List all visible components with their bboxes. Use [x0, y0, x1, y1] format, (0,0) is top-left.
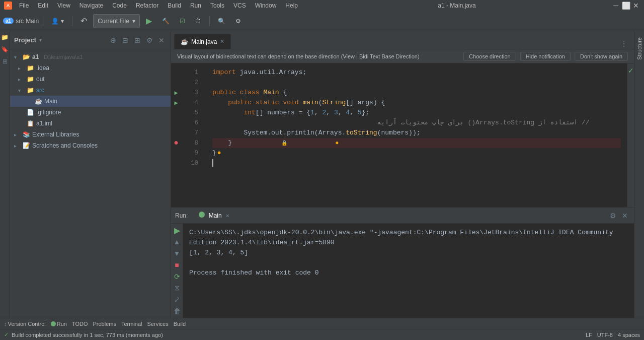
tree-item-idea[interactable]: ▸ 📁 .idea [10, 62, 171, 74]
lf-indicator[interactable]: LF [586, 332, 592, 338]
run-empty-line [189, 258, 628, 268]
back-button[interactable]: ↶ [76, 14, 91, 28]
build-tab[interactable]: Build [174, 321, 186, 327]
window-controls[interactable]: ─ ⬜ ✕ [612, 2, 640, 10]
back-icon: ↶ [80, 16, 87, 26]
project-dropdown-arrow[interactable]: ▾ [39, 37, 42, 43]
menu-vcs[interactable]: VCS [229, 1, 250, 10]
toolbar-src-label: src [16, 18, 24, 25]
token-comma3: , [338, 108, 346, 118]
encoding-indicator[interactable]: UTF-8 [597, 332, 613, 338]
editor-recent-files-button[interactable]: ⋮ [619, 39, 629, 49]
token-comma2: , [326, 108, 334, 118]
line-num-8: 8 [181, 138, 202, 148]
code-line-10[interactable] [212, 158, 621, 168]
tree-item-a1iml[interactable]: 📋 a1.iml [10, 118, 171, 129]
run-up-button[interactable]: ▲ [172, 237, 182, 247]
lock-icon: 🔒 [281, 141, 287, 146]
code-line-5: int[] numbers = {1, 2, 3, 4, 5}; [212, 108, 621, 118]
tree-item-out[interactable]: ▸ 📁 out [10, 74, 171, 85]
run-tab-main[interactable]: Main ✕ [193, 210, 235, 221]
line-num-7: 7 [181, 128, 202, 138]
search-everywhere-button[interactable]: 🔍 [214, 14, 229, 28]
project-settings-button[interactable]: ⚙ [144, 35, 154, 45]
run-filter-button[interactable]: ⧖ [172, 283, 182, 293]
project-panel-toggle[interactable]: 📁 [1, 33, 9, 41]
out-folder-icon: 📁 [26, 75, 34, 83]
token-4: 4 [346, 108, 350, 118]
dont-show-again-button[interactable]: Don't show again [575, 52, 628, 61]
minimize-button[interactable]: ─ [612, 2, 620, 10]
tree-label-scratches: Scratches and Consoles [32, 142, 98, 149]
notification-text: Visual layout of bidirectional text can … [177, 53, 459, 59]
gutter-2 [171, 78, 181, 88]
choose-direction-button[interactable]: Choose direction [463, 52, 516, 61]
close-button[interactable]: ✕ [632, 2, 640, 10]
profile-button[interactable]: ⏱ [191, 14, 205, 28]
run-stop-button[interactable]: ■ [172, 260, 182, 270]
menu-view[interactable]: View [53, 1, 74, 10]
run-down-button[interactable]: ▼ [172, 249, 182, 258]
run-button[interactable]: ▶ [142, 14, 156, 28]
editor-tab-main-java[interactable]: ☕ Main.java ✕ [174, 34, 231, 49]
run-settings-button[interactable]: ⚙ [608, 211, 618, 221]
menu-window[interactable]: Window [251, 1, 281, 10]
code-editor: ▶ ▶ ● 1 2 3 4 5 6 7 8 9 [171, 63, 634, 207]
services-tab[interactable]: Services [147, 321, 169, 327]
run-tab-close-button[interactable]: ✕ [225, 213, 229, 219]
expand-all-button[interactable]: ⊞ [132, 35, 142, 45]
menu-build[interactable]: Build [164, 1, 185, 10]
run-rerun-button[interactable]: ⟳ [172, 272, 182, 282]
bookmarks-icon[interactable]: 🔖 [1, 45, 9, 53]
menu-run[interactable]: Run [186, 1, 205, 10]
menu-bar[interactable]: File Edit View Navigate Code Refactor Bu… [15, 1, 302, 10]
collapse-all-button[interactable]: ⊟ [120, 35, 130, 45]
editor-area: ☕ Main.java ✕ ⋮ Visual layout of bidirec… [171, 31, 634, 318]
hide-notification-button[interactable]: Hide notification [520, 52, 571, 61]
tree-item-gitignore[interactable]: 📄 .gitignore [10, 107, 171, 118]
run-wrap-button[interactable]: ⤦ [172, 295, 182, 304]
menu-tools[interactable]: Tools [206, 1, 228, 10]
gutter-8[interactable]: ● [171, 138, 181, 148]
build-button[interactable]: 🔨 [158, 14, 174, 28]
tree-item-src[interactable]: ▾ 📁 src [10, 85, 171, 96]
gutter-1 [171, 67, 181, 78]
menu-refactor[interactable]: Refactor [132, 1, 163, 10]
run-tab-bottom[interactable]: Run [51, 321, 67, 327]
tree-item-ext-libs[interactable]: ▸ 📚 External Libraries [10, 129, 171, 140]
token-brace1: { [279, 88, 287, 98]
tree-item-a1[interactable]: ▾ 📂 a1 D:\learn\java\a1 [10, 51, 171, 62]
terminal-tab[interactable]: Terminal [121, 321, 142, 327]
maximize-button[interactable]: ⬜ [622, 2, 630, 10]
settings-button[interactable]: ⚙ [231, 14, 245, 28]
current-file-dropdown[interactable]: Current File ▾ [93, 14, 140, 28]
menu-navigate[interactable]: Navigate [75, 1, 107, 10]
code-content[interactable]: import java.util.Arrays; public class Ma… [206, 63, 627, 207]
structure-panel-toggle[interactable]: Structure [635, 33, 643, 64]
run-play-button[interactable]: ▶ [172, 226, 182, 235]
structure-icon[interactable]: ⊞ [1, 57, 9, 65]
tree-item-scratches[interactable]: ▸ 📝 Scratches and Consoles [10, 140, 171, 151]
tab-close-button[interactable]: ✕ [220, 38, 224, 45]
indent-indicator[interactable]: 4 spaces [618, 332, 640, 338]
run-close-button[interactable]: ✕ [620, 211, 630, 221]
coverage-button[interactable]: ☑ [176, 14, 189, 28]
tree-item-main-java[interactable]: ☕ Main [10, 96, 171, 107]
run-exit-line: Process finished with exit code 0 [189, 268, 628, 278]
right-scrollbar[interactable]: ✓ [627, 63, 634, 207]
version-control-tab[interactable]: ↕ Version Control [4, 321, 46, 327]
run-clear-button[interactable]: 🗑 [172, 306, 182, 316]
run-action-buttons: ▶ ▲ ▼ ■ ⟳ ⧖ ⤦ 🗑 [171, 224, 183, 318]
menu-code[interactable]: Code [108, 1, 131, 10]
toolbar-separator-1 [43, 16, 43, 26]
git-button[interactable]: 👤 ▾ [47, 14, 68, 28]
locate-file-button[interactable]: ⊕ [108, 35, 118, 45]
menu-file[interactable]: File [15, 1, 33, 10]
line-numbers: 1 2 3 4 5 6 7 8 9 10 [181, 63, 206, 207]
menu-edit[interactable]: Edit [34, 1, 52, 10]
menu-help[interactable]: Help [281, 1, 302, 10]
problems-tab[interactable]: Problems [93, 321, 116, 327]
close-project-panel-button[interactable]: ✕ [156, 35, 167, 45]
tree-arrow-idea: ▸ [18, 65, 24, 71]
todo-tab[interactable]: TODO [72, 321, 88, 327]
